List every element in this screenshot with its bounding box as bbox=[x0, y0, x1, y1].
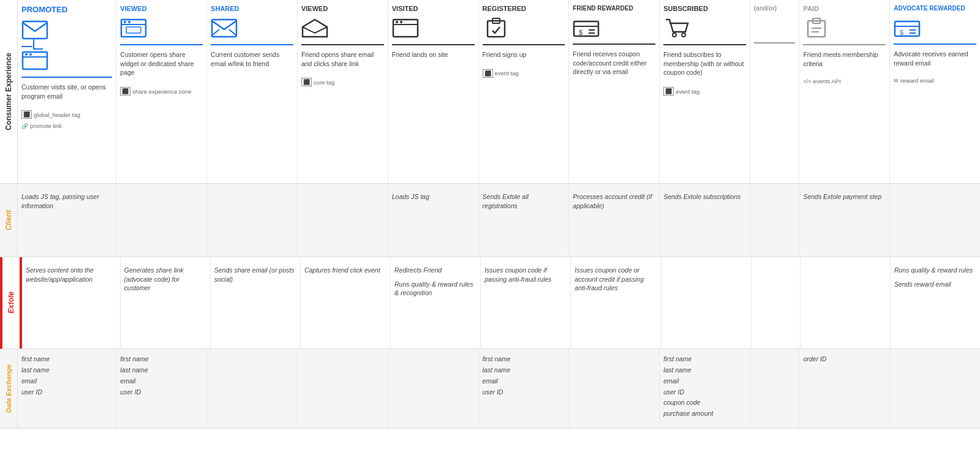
svg-text:$: $ bbox=[579, 29, 582, 36]
consumer-row: Consumer Experience PROMOTED bbox=[0, 0, 980, 184]
clipboard-check-icon bbox=[483, 17, 510, 39]
svg-point-25 bbox=[673, 33, 676, 37]
desc-promoted: Customer visits site, or opens program e… bbox=[21, 83, 112, 100]
data-fields-10: order ID bbox=[803, 354, 886, 365]
icon-area-promoted bbox=[21, 19, 112, 72]
svg-rect-0 bbox=[23, 21, 47, 39]
extole-text-7: Issues coupon code or account credit if … bbox=[575, 266, 657, 293]
client-label: Client bbox=[0, 205, 17, 235]
svg-point-16 bbox=[396, 21, 398, 23]
header-viewed-2: VIEWED bbox=[301, 5, 384, 12]
client-col-6: Sends Extole all registrations bbox=[479, 184, 570, 257]
data-row: Data Exchange first namelast nameemailus… bbox=[0, 349, 980, 429]
extole-col-6: Issues coupon code if passing anti-fraud… bbox=[481, 257, 571, 348]
client-label-col: Client bbox=[0, 184, 18, 257]
icon-area-visited bbox=[392, 17, 475, 39]
browser-share-icon bbox=[120, 17, 147, 39]
svg-line-12 bbox=[229, 29, 236, 36]
desc-registered: Friend signs up bbox=[483, 50, 565, 59]
extole-text-11a: Runs quality & reward rules bbox=[894, 266, 976, 275]
extole-col-2: Generates share link (advocate code) for… bbox=[121, 257, 211, 348]
data-label-col: Data Exchange bbox=[0, 349, 18, 428]
desc-visited: Friend lands on site bbox=[392, 50, 475, 59]
client-columns: Loads JS tag, passing user information L… bbox=[18, 184, 980, 257]
client-col-5: Loads JS tag bbox=[388, 184, 479, 257]
col-advocate-rewarded: ADVOCATE REWARDED $ Advocate receives ea… bbox=[890, 0, 980, 183]
data-fields-2: first namelast nameemailuser ID bbox=[120, 354, 203, 397]
extole-text-5b: Runs quality & reward rules & recognitio… bbox=[394, 280, 477, 298]
extole-text-5a: Redirects Friend bbox=[394, 266, 477, 275]
header-andor: (and/or) bbox=[754, 5, 795, 12]
client-text-5: Loads JS tag bbox=[392, 192, 475, 201]
svg-point-17 bbox=[400, 21, 402, 23]
client-col-3 bbox=[207, 184, 298, 257]
desc-viewed1: Customer opens share widget or dedicated… bbox=[120, 50, 203, 77]
tag-event-2: ⬛ event tag bbox=[663, 87, 699, 96]
extole-columns: Serves content onto the website/app/appl… bbox=[22, 257, 980, 348]
header-viewed-1: VIEWED bbox=[120, 5, 203, 12]
tag-event-1: ⬛ event tag bbox=[483, 69, 519, 78]
tag-events-api: </> events API bbox=[803, 78, 840, 85]
header-registered: REGISTERED bbox=[483, 5, 565, 12]
col-promoted: PROMOTED bbox=[18, 0, 116, 183]
col-viewed-friend: VIEWED Friend opens share email and clic… bbox=[298, 0, 388, 183]
col-paid: PAID Friend meets membership criteria </… bbox=[799, 0, 890, 183]
icon-area-registered bbox=[483, 17, 565, 39]
icon-area-advocate-rewarded: $ bbox=[894, 17, 976, 39]
header-subscribed: SUBSCRIBED bbox=[663, 5, 746, 12]
tag-reward-email: ✉ reward email bbox=[894, 77, 933, 84]
envelope-icon bbox=[21, 19, 48, 41]
extole-col-4: Captures friend click event bbox=[301, 257, 391, 348]
icon-area-viewed2 bbox=[301, 17, 384, 39]
svg-point-3 bbox=[25, 53, 28, 56]
client-text-1: Loads JS tag, passing user information bbox=[21, 192, 112, 210]
svg-text:$: $ bbox=[900, 29, 903, 36]
extole-col-8 bbox=[662, 257, 752, 348]
icon-area-subscribed bbox=[663, 17, 746, 39]
client-col-7: Processes account credit (if applicable) bbox=[569, 184, 660, 257]
extole-col-5: Redirects Friend Runs quality & reward r… bbox=[391, 257, 481, 348]
extole-label-col: Extole bbox=[2, 257, 22, 348]
tag-promote-link: 🔗 promote link bbox=[21, 122, 62, 129]
extole-col-1: Serves content onto the website/app/appl… bbox=[22, 257, 121, 348]
client-col-2 bbox=[116, 184, 207, 257]
client-col-1: Loads JS tag, passing user information bbox=[18, 184, 116, 257]
envelope-share-icon bbox=[211, 17, 238, 39]
data-col-4 bbox=[298, 349, 388, 428]
svg-rect-9 bbox=[126, 27, 141, 33]
col-registered: REGISTERED Friend signs up ⬛ event tag bbox=[479, 0, 570, 183]
col-shared: SHARED Current customer sends email w/li… bbox=[207, 0, 298, 183]
envelope-open-icon bbox=[301, 17, 328, 39]
svg-point-26 bbox=[682, 33, 685, 37]
client-text-7: Processes account credit (if applicable) bbox=[573, 192, 655, 210]
icon-area-viewed1 bbox=[120, 17, 203, 39]
extole-text-4: Captures friend click event bbox=[304, 266, 386, 275]
data-col-1: first namelast nameemailuser ID bbox=[18, 349, 116, 428]
extole-text-2: Generates share link (advocate code) for… bbox=[124, 266, 206, 293]
extole-row: Extole Serves content onto the website/a… bbox=[0, 257, 980, 349]
header-visited: VISITED bbox=[392, 5, 475, 12]
tag-core: ⬛ core tag bbox=[301, 78, 334, 86]
data-col-5 bbox=[388, 349, 479, 428]
extole-col-10 bbox=[801, 257, 891, 348]
client-row: Client Loads JS tag, passing user inform… bbox=[0, 184, 980, 257]
client-text-8: Sends Extole subscriptions bbox=[663, 192, 746, 201]
client-col-10: Sends Extole payment step bbox=[799, 184, 890, 257]
data-col-9 bbox=[750, 349, 799, 428]
desc-paid: Friend meets membership criteria bbox=[803, 50, 886, 68]
extole-label: Extole bbox=[2, 287, 20, 318]
col-andor: (and/or) bbox=[750, 0, 799, 183]
extole-text-1: Serves content onto the website/app/appl… bbox=[26, 266, 116, 284]
svg-point-8 bbox=[128, 21, 130, 23]
browser-icon bbox=[21, 50, 48, 72]
header-paid: PAID bbox=[803, 5, 886, 12]
extole-text-6: Issues coupon code if passing anti-fraud… bbox=[484, 266, 567, 284]
header-promoted: PROMOTED bbox=[21, 5, 112, 14]
tag-global-header: ⬛ global_header tag bbox=[21, 110, 80, 119]
client-col-9 bbox=[750, 184, 799, 257]
desc-subscribed: Friend subscribes to membership (with or… bbox=[663, 50, 746, 77]
dollar-card-blue-icon: $ bbox=[894, 17, 921, 39]
data-col-3 bbox=[207, 349, 298, 428]
icon-area-shared bbox=[211, 17, 293, 39]
client-col-11 bbox=[890, 184, 980, 257]
